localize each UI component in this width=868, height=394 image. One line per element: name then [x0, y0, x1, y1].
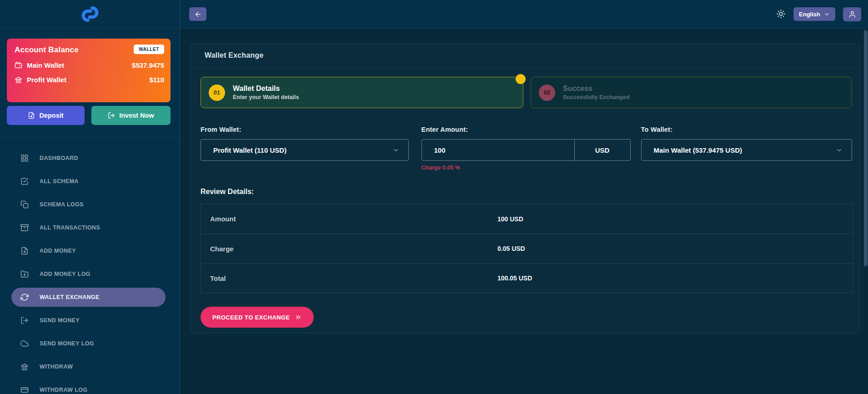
sidebar-item-add-money-log[interactable]: ADD MONEY LOG — [11, 264, 166, 284]
sidebar-item-withdraw-log[interactable]: WITHDRAW LOG — [11, 380, 166, 394]
arrow-left-icon — [194, 10, 202, 18]
from-wallet-label: From Wallet: — [201, 126, 409, 133]
step-2-subtitle: Successfully Exchanged — [563, 94, 630, 100]
sidebar-item-withdraw[interactable]: WITHDRAW — [11, 357, 166, 376]
folder-plus-icon — [20, 270, 29, 278]
sidebar-item-send-money[interactable]: SEND MONEY — [11, 311, 166, 330]
to-wallet-select[interactable]: Main Wallet (537.9475 USD) — [641, 139, 852, 161]
chevrons-right-icon — [295, 314, 302, 321]
archive-icon — [20, 224, 29, 232]
balance-title: Account Balance — [15, 45, 79, 55]
chevron-down-icon — [836, 147, 843, 154]
step-2-number: 02 — [539, 85, 555, 101]
table-row-amount: Amount 100 USD — [201, 204, 853, 234]
review-details-heading: Review Details: — [201, 188, 852, 196]
deposit-label: Deposit — [39, 112, 63, 119]
account-balance-card: Account Balance WALLET Main Wallet $537.… — [7, 39, 171, 102]
back-button[interactable] — [189, 7, 206, 21]
sidebar-item-wallet-exchange[interactable]: WALLET EXCHANGE — [11, 288, 166, 307]
step-success: 02 Success Successfully Exchanged — [531, 77, 852, 108]
wallet-icon — [15, 61, 22, 69]
invest-now-button[interactable]: Invest Now — [91, 106, 171, 125]
language-label: English — [799, 11, 820, 18]
from-wallet-value: Profit Wallet (110 USD) — [213, 146, 286, 154]
table-row-charge: Charge 0.05 USD — [201, 234, 853, 263]
amount-row-label: Amount — [201, 215, 497, 223]
amount-row-value: 100 USD — [497, 215, 523, 223]
table-row-total: Total 100.05 USD — [201, 263, 853, 293]
file-plus-icon — [20, 247, 29, 255]
sidebar-logo-area — [0, 0, 180, 29]
check-square-icon — [20, 177, 29, 185]
theme-toggle-button[interactable] — [776, 9, 786, 19]
step-1-title: Wallet Details — [233, 85, 299, 93]
main-wallet-label: Main Wallet — [27, 61, 64, 69]
chevron-down-icon — [824, 11, 830, 17]
copy-icon — [20, 200, 29, 209]
wallet-exchange-card: Wallet Exchange 01 Wallet Details Enter … — [191, 43, 860, 333]
steps: 01 Wallet Details Enter your Wallet deta… — [201, 77, 852, 108]
exchange-icon — [20, 293, 29, 301]
user-icon — [848, 10, 856, 18]
bank-icon — [15, 76, 22, 84]
file-plus-icon — [28, 112, 35, 119]
currency-addon: USD — [575, 139, 631, 161]
from-wallet-select[interactable]: Profit Wallet (110 USD) — [201, 139, 409, 161]
to-wallet-label: To Wallet: — [641, 126, 852, 133]
credit-card-icon — [20, 386, 29, 394]
send-icon — [20, 316, 29, 324]
grid-icon — [20, 154, 29, 162]
sidebar-item-dashboard[interactable]: DASHBOARD — [11, 149, 166, 168]
to-wallet-value: Main Wallet (537.9475 USD) — [654, 146, 743, 154]
page-scrollbar — [864, 0, 868, 394]
sidebar-item-add-money[interactable]: ADD MONEY — [11, 241, 166, 260]
step-2-title: Success — [563, 85, 630, 93]
invest-now-label: Invest Now — [119, 112, 154, 119]
sidebar-item-all-schema[interactable]: ALL SCHEMA — [11, 172, 166, 191]
step-1-number: 01 — [209, 85, 225, 101]
sidebar-item-all-transactions[interactable]: ALL TRANSACTIONS — [11, 218, 166, 237]
user-menu-button[interactable] — [843, 7, 861, 21]
charge-row-label: Charge — [201, 245, 497, 253]
app-root: Account Balance WALLET Main Wallet $537.… — [0, 0, 868, 394]
review-table: Amount 100 USD Charge 0.05 USD Total 100… — [201, 204, 853, 293]
sidebar: Account Balance WALLET Main Wallet $537.… — [0, 0, 180, 394]
card-title: Wallet Exchange — [191, 44, 859, 68]
active-step-dot — [516, 74, 526, 84]
deposit-button[interactable]: Deposit — [7, 106, 85, 125]
chevron-down-icon — [392, 147, 399, 154]
bank-icon — [20, 363, 29, 371]
main-wallet-value: $537.9475 — [132, 61, 164, 69]
app-logo-icon — [80, 4, 100, 25]
scrollbar-thumb[interactable] — [864, 30, 868, 266]
total-row-label: Total — [201, 274, 497, 282]
profit-wallet-value: $110 — [149, 76, 164, 84]
step-wallet-details: 01 Wallet Details Enter your Wallet deta… — [201, 77, 523, 108]
enter-amount-label: Enter Amount: — [421, 126, 631, 133]
sidebar-menu: DASHBOARD ALL SCHEMA SCHEMA LOGS ALL TRA… — [0, 149, 180, 394]
total-row-value: 100.05 USD — [497, 274, 532, 282]
language-dropdown[interactable]: English — [793, 7, 835, 21]
sidebar-divider — [0, 136, 180, 136]
step-1-subtitle: Enter your Wallet details — [233, 94, 299, 100]
balance-row-profit-wallet: Profit Wallet $110 — [15, 76, 164, 84]
profit-wallet-label: Profit Wallet — [27, 76, 66, 84]
proceed-to-exchange-button[interactable]: PROCEED TO EXCHANGE — [201, 307, 314, 328]
amount-input[interactable] — [421, 139, 575, 161]
topbar: English — [181, 0, 868, 29]
charge-note: Charge 0.05 % — [421, 165, 631, 171]
log-out-icon — [108, 112, 115, 119]
cloud-icon — [20, 339, 29, 348]
main-content: Wallet Exchange 01 Wallet Details Enter … — [181, 29, 868, 394]
proceed-label: PROCEED TO EXCHANGE — [212, 314, 290, 321]
charge-row-value: 0.05 USD — [497, 245, 525, 252]
sidebar-item-schema-logs[interactable]: SCHEMA LOGS — [11, 195, 166, 214]
sidebar-item-send-money-log[interactable]: SEND MONEY LOG — [11, 334, 166, 353]
balance-row-main-wallet: Main Wallet $537.9475 — [15, 61, 164, 69]
wallet-badge: WALLET — [134, 45, 164, 54]
sun-icon — [776, 9, 786, 19]
